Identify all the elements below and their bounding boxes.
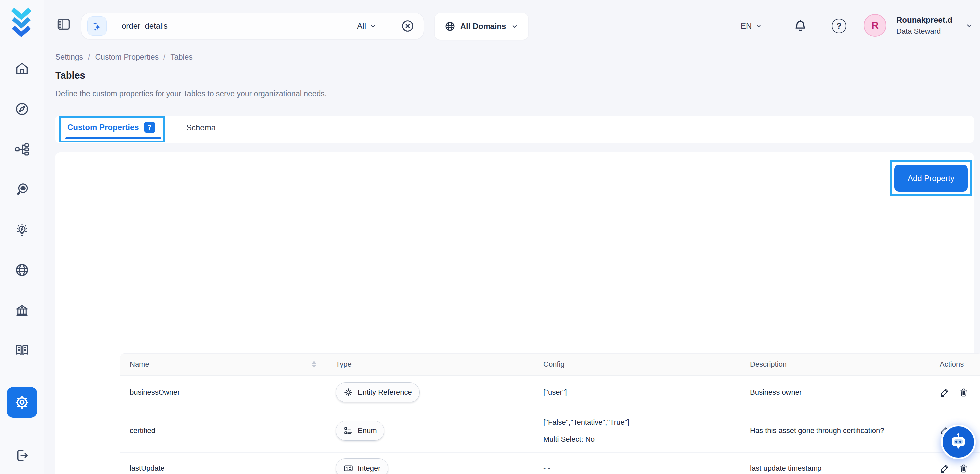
page-subtitle: Define the custom properties for your Ta…: [55, 89, 327, 98]
insights-bulb-icon[interactable]: [14, 222, 30, 238]
property-config: ["user"]: [534, 376, 741, 409]
column-header-actions: Actions: [931, 353, 980, 376]
user-role: Data Steward: [896, 27, 952, 36]
chat-bot-button[interactable]: [941, 425, 976, 460]
global-search-bar[interactable]: order_details All: [81, 13, 424, 39]
table-row: certified Enum ["False","Tentative","Tru…: [120, 409, 980, 453]
breadcrumb-separator: /: [88, 52, 90, 62]
settings-gear-icon: [13, 394, 31, 411]
all-domains-label: All Domains: [460, 22, 506, 31]
edit-icon[interactable]: [940, 463, 950, 473]
tab-count-badge: 7: [144, 122, 155, 133]
property-config: - -: [534, 453, 741, 474]
breadcrumb: Settings / Custom Properties / Tables: [55, 52, 193, 62]
delete-icon[interactable]: [959, 463, 969, 473]
delete-icon[interactable]: [959, 387, 969, 398]
domains-globe-icon[interactable]: [14, 262, 30, 278]
column-header-type: Type: [326, 353, 534, 376]
language-selector[interactable]: EN: [741, 13, 762, 39]
property-config: ["False","Tentative","True"]Multi Select…: [534, 409, 741, 453]
language-label: EN: [741, 21, 752, 30]
chevron-down-icon: [755, 22, 762, 30]
user-name: Rounakpreet.d: [896, 15, 952, 25]
governance-bank-icon[interactable]: [14, 303, 30, 318]
column-header-config: Config: [534, 353, 741, 376]
lineage-icon[interactable]: [14, 142, 30, 157]
chevron-down-icon: [511, 22, 519, 30]
breadcrumb-custom-properties[interactable]: Custom Properties: [95, 52, 159, 62]
chevron-down-icon: [369, 22, 377, 30]
edit-icon[interactable]: [940, 387, 950, 398]
property-description: Has this asset gone through certificatio…: [741, 409, 931, 453]
custom-properties-table: Name Type Config Description Actions bus…: [120, 353, 980, 474]
page-title: Tables: [55, 70, 85, 81]
help-icon[interactable]: ?: [832, 19, 846, 33]
column-header-name[interactable]: Name: [120, 353, 326, 376]
logo-chevron-1: [13, 9, 30, 17]
table-row: businessOwner Entity Reference ["user"] …: [120, 376, 980, 409]
content-card: Name Type Config Description Actions bus…: [55, 153, 974, 474]
tab-custom-properties-label: Custom Properties: [67, 123, 139, 132]
tab-custom-properties[interactable]: Custom Properties 7: [67, 122, 155, 133]
avatar-initial: R: [872, 20, 879, 31]
app-logo[interactable]: [8, 7, 35, 37]
user-menu[interactable]: Rounakpreet.d Data Steward: [896, 15, 952, 36]
notifications-bell-icon[interactable]: [792, 19, 808, 34]
property-name: lastUpdate: [120, 453, 326, 474]
user-menu-chevron-icon[interactable]: [965, 21, 974, 30]
table-header-row: Name Type Config Description Actions: [120, 353, 980, 376]
table-row: lastUpdate Integer - - last update times…: [120, 453, 980, 474]
property-description: Business owner: [741, 376, 931, 409]
integer-icon: [343, 463, 353, 473]
search-scope-dropdown[interactable]: All: [357, 21, 377, 30]
property-name: certified: [120, 409, 326, 453]
tab-schema[interactable]: Schema: [186, 123, 216, 132]
add-property-button[interactable]: Add Property: [894, 165, 968, 192]
glossary-book-icon[interactable]: [14, 342, 30, 358]
active-tab-indicator: [65, 137, 161, 140]
globe-icon: [444, 21, 455, 32]
ai-sparkle-icon[interactable]: [87, 16, 107, 36]
type-badge: Enum: [336, 421, 384, 441]
breadcrumb-settings[interactable]: Settings: [55, 52, 83, 62]
logout-icon[interactable]: [14, 448, 30, 463]
sidebar: [0, 0, 44, 474]
search-divider: [384, 19, 384, 33]
home-icon[interactable]: [14, 61, 30, 76]
search-clear-icon[interactable]: [400, 19, 415, 33]
entity-reference-icon: [343, 387, 353, 398]
avatar[interactable]: R: [864, 14, 886, 37]
type-badge: Entity Reference: [336, 382, 420, 402]
observability-icon[interactable]: [14, 182, 30, 197]
sidebar-item-settings[interactable]: [7, 387, 37, 418]
explore-compass-icon[interactable]: [14, 101, 30, 116]
search-divider: [114, 19, 114, 33]
sidebar-divider: [3, 382, 41, 382]
all-domains-dropdown[interactable]: All Domains: [434, 13, 529, 40]
column-header-description: Description: [741, 353, 931, 376]
sort-icon[interactable]: [312, 361, 317, 368]
robot-icon: [948, 432, 969, 452]
property-description: last update timestamp: [741, 453, 931, 474]
property-name: businessOwner: [120, 376, 326, 409]
sidebar-collapse-icon[interactable]: [56, 17, 71, 32]
search-input[interactable]: order_details: [121, 21, 357, 30]
breadcrumb-separator: /: [164, 52, 165, 62]
search-scope-label: All: [357, 21, 366, 30]
enum-icon: [343, 426, 353, 436]
breadcrumb-tables[interactable]: Tables: [170, 52, 192, 62]
type-badge: Integer: [336, 458, 388, 474]
